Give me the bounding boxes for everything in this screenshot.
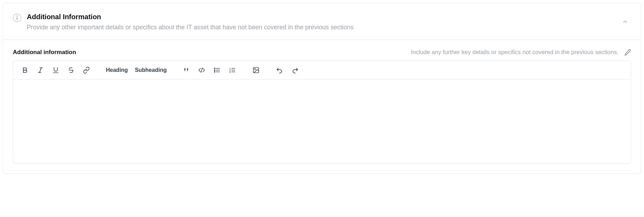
editor-toolbar: Heading Subheading 123 <box>13 61 631 80</box>
underline-button[interactable] <box>52 66 60 74</box>
redo-icon <box>292 67 298 74</box>
undo-button[interactable] <box>276 66 284 74</box>
header-text: Additional Information Provide any other… <box>27 13 614 32</box>
card-header: Additional Information Provide any other… <box>3 3 641 40</box>
additional-information-card: Additional Information Provide any other… <box>3 3 641 174</box>
link-icon <box>83 67 90 74</box>
svg-rect-1 <box>17 17 17 20</box>
section-description: Provide any other important details or s… <box>27 23 614 32</box>
svg-point-12 <box>214 70 215 70</box>
info-icon <box>13 14 21 22</box>
chevron-up-icon <box>622 18 628 25</box>
redo-button[interactable] <box>291 66 299 74</box>
field-hint: Include any further key details or speci… <box>411 49 619 56</box>
field-label: Additional information <box>13 49 76 56</box>
svg-line-7 <box>201 68 202 73</box>
italic-button[interactable] <box>36 66 45 74</box>
quote-button[interactable] <box>182 66 191 74</box>
ordered-list-button[interactable]: 123 <box>228 66 236 74</box>
bullet-list-button[interactable] <box>213 66 221 74</box>
svg-text:3: 3 <box>229 71 231 73</box>
list-ordered-icon: 123 <box>229 67 236 74</box>
field-hint-wrap: Include any further key details or speci… <box>411 49 631 56</box>
strikethrough-button[interactable] <box>67 66 75 74</box>
collapse-toggle[interactable] <box>619 16 631 29</box>
field-label-row: Additional information Include any furth… <box>13 49 631 56</box>
subheading-button[interactable]: Subheading <box>135 67 167 73</box>
svg-point-11 <box>214 68 215 69</box>
strikethrough-icon <box>68 67 75 74</box>
edit-button[interactable] <box>624 49 631 56</box>
bold-icon <box>22 67 29 74</box>
italic-icon <box>37 67 44 74</box>
image-icon <box>253 67 259 74</box>
quote-icon <box>183 67 190 74</box>
list-bullet-icon <box>214 67 220 74</box>
link-button[interactable] <box>82 66 91 74</box>
svg-point-21 <box>255 69 256 70</box>
section-title: Additional Information <box>27 13 614 21</box>
underline-icon <box>52 67 59 74</box>
editor-textarea[interactable] <box>13 80 631 163</box>
card-body: Additional information Include any furth… <box>3 40 641 173</box>
svg-line-4 <box>40 68 41 73</box>
heading-button[interactable]: Heading <box>106 67 128 73</box>
svg-point-0 <box>17 16 18 17</box>
svg-point-13 <box>214 72 215 72</box>
rich-text-editor: Heading Subheading 123 <box>13 61 631 164</box>
code-button[interactable] <box>197 66 206 74</box>
undo-icon <box>276 67 283 74</box>
image-button[interactable] <box>252 66 260 74</box>
pencil-icon <box>624 49 631 56</box>
code-icon <box>198 67 205 74</box>
bold-button[interactable] <box>21 66 29 74</box>
